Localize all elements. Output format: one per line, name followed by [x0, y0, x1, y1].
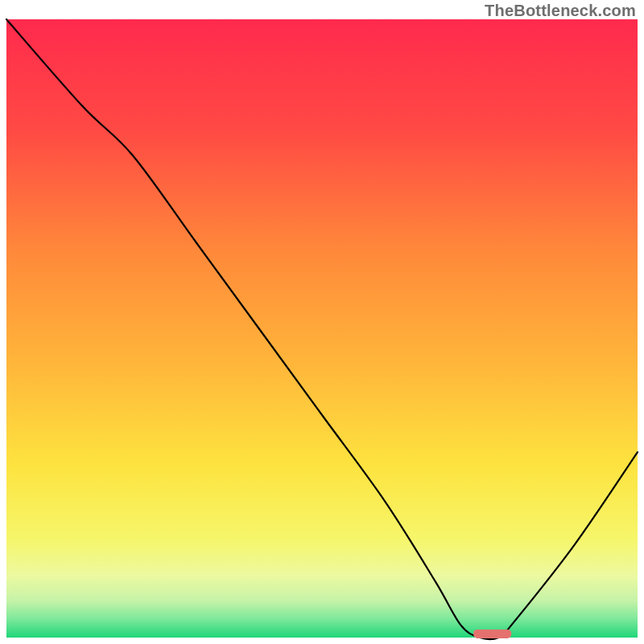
- bottleneck-chart: [6, 19, 638, 638]
- optimal-marker: [473, 630, 511, 638]
- chart-container: TheBottleneck.com: [0, 0, 644, 644]
- watermark-label: TheBottleneck.com: [485, 2, 636, 20]
- gradient-background: [6, 19, 638, 638]
